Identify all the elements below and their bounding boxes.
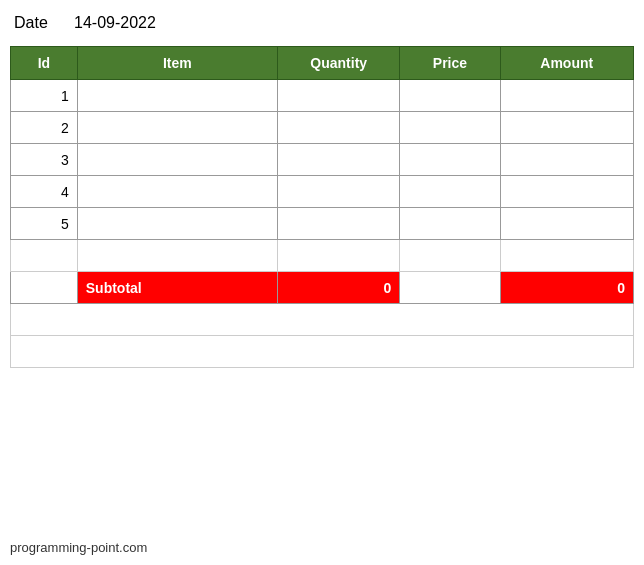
cell-qty-3[interactable]: [278, 144, 400, 176]
col-header-item: Item: [77, 47, 277, 80]
cell-qty-2[interactable]: [278, 112, 400, 144]
col-header-amount: Amount: [500, 47, 634, 80]
cell-qty-5[interactable]: [278, 208, 400, 240]
empty-row-2: [11, 336, 634, 368]
invoice-table: Id Item Quantity Price Amount 1 2: [10, 46, 634, 368]
table-header-row: Id Item Quantity Price Amount: [11, 47, 634, 80]
table-row: 4: [11, 176, 634, 208]
date-row: Date 14-09-2022: [10, 14, 634, 32]
col-header-quantity: Quantity: [278, 47, 400, 80]
table-row: 3: [11, 144, 634, 176]
cell-amount-5: [500, 208, 634, 240]
subtotal-id: [11, 272, 78, 304]
empty-cell-2: [11, 336, 634, 368]
cell-amount-3: [500, 144, 634, 176]
cell-amount-4: [500, 176, 634, 208]
cell-price-1[interactable]: [400, 80, 500, 112]
date-label: Date: [14, 14, 54, 32]
table-row: 1: [11, 80, 634, 112]
cell-item-5[interactable]: [77, 208, 277, 240]
invoice-table-container: Id Item Quantity Price Amount 1 2: [10, 46, 634, 368]
cell-item-1[interactable]: [77, 80, 277, 112]
subtotal-row: Subtotal 0 0: [11, 272, 634, 304]
page-wrapper: Date 14-09-2022 Id Item Quantity Price A…: [0, 0, 644, 565]
table-row: 2: [11, 112, 634, 144]
cell-item-3[interactable]: [77, 144, 277, 176]
empty-row-1: [11, 304, 634, 336]
cell-id-1: 1: [11, 80, 78, 112]
cell-id-2: 2: [11, 112, 78, 144]
spacer-qty: [278, 240, 400, 272]
footer: programming-point.com: [10, 540, 147, 555]
date-value: 14-09-2022: [74, 14, 156, 32]
col-header-id: Id: [11, 47, 78, 80]
cell-id-5: 5: [11, 208, 78, 240]
footer-text: programming-point.com: [10, 540, 147, 555]
empty-cell: [11, 304, 634, 336]
spacer-row: [11, 240, 634, 272]
subtotal-amount: 0: [500, 272, 634, 304]
cell-price-2[interactable]: [400, 112, 500, 144]
spacer-item: [77, 240, 277, 272]
subtotal-quantity: 0: [278, 272, 400, 304]
cell-id-3: 3: [11, 144, 78, 176]
table-row: 5: [11, 208, 634, 240]
subtotal-label: Subtotal: [77, 272, 277, 304]
cell-id-4: 4: [11, 176, 78, 208]
cell-item-4[interactable]: [77, 176, 277, 208]
cell-item-2[interactable]: [77, 112, 277, 144]
spacer-price: [400, 240, 500, 272]
cell-price-4[interactable]: [400, 176, 500, 208]
col-header-price: Price: [400, 47, 500, 80]
cell-amount-1: [500, 80, 634, 112]
subtotal-price: [400, 272, 500, 304]
cell-price-5[interactable]: [400, 208, 500, 240]
spacer-amount: [500, 240, 634, 272]
cell-qty-1[interactable]: [278, 80, 400, 112]
cell-price-3[interactable]: [400, 144, 500, 176]
cell-qty-4[interactable]: [278, 176, 400, 208]
cell-amount-2: [500, 112, 634, 144]
spacer-id: [11, 240, 78, 272]
